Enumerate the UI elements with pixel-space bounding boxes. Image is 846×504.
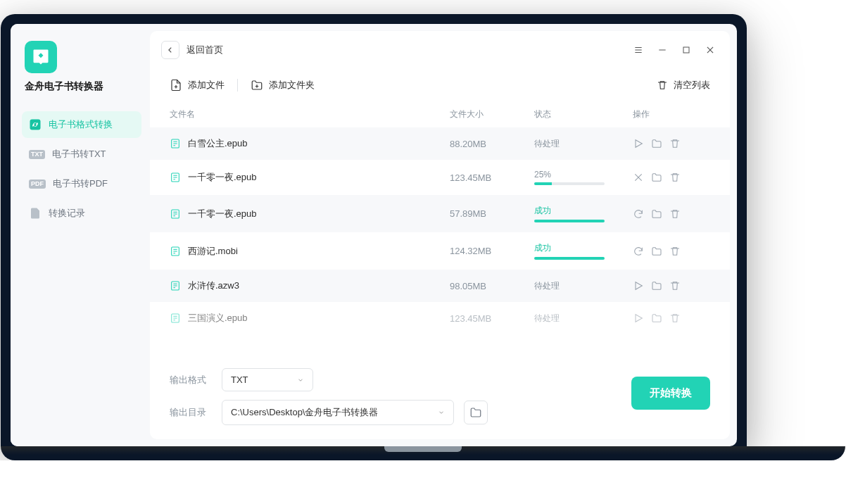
file-icon	[170, 208, 181, 220]
output-format-label: 输出格式	[170, 374, 212, 386]
add-folder-button[interactable]: 添加文件夹	[251, 76, 315, 94]
file-size: 124.32MB	[450, 246, 534, 256]
play-icon[interactable]	[633, 280, 644, 291]
folder-icon[interactable]	[651, 246, 662, 257]
trash-icon[interactable]	[669, 138, 681, 149]
chevron-down-icon	[297, 377, 304, 384]
progress-bar	[534, 257, 605, 260]
svg-marker-35	[636, 282, 642, 290]
file-icon	[170, 246, 181, 257]
file-icon	[170, 313, 181, 324]
table-row: 三国演义.epub 123.45MB 待处理	[150, 302, 730, 334]
file-state: 25%	[534, 170, 633, 179]
pdf-badge-icon: PDF	[29, 179, 46, 189]
output-format-select[interactable]: TXT	[222, 368, 313, 391]
trash-icon[interactable]	[669, 208, 681, 220]
cancel-icon[interactable]	[633, 172, 644, 183]
chevron-down-icon	[438, 409, 445, 416]
app-window: 金舟电子书转换器 电子书格式转换 TXT 电子书转TXT PDF 电子书转PDF	[11, 24, 737, 446]
col-name: 文件名	[170, 108, 450, 120]
folder-icon[interactable]	[651, 313, 662, 324]
file-icon	[170, 138, 181, 149]
add-file-label: 添加文件	[188, 79, 225, 92]
output-dir-label: 输出目录	[170, 406, 212, 419]
clear-list-button[interactable]: 清空列表	[657, 76, 710, 94]
sidebar-item-to-pdf[interactable]: PDF 电子书转PDF	[22, 170, 141, 197]
file-state: 待处理	[534, 139, 560, 149]
file-state: 成功	[534, 242, 633, 254]
table-row: 白雪公主.epub 88.20MB 待处理	[150, 127, 730, 160]
sidebar-item-to-txt[interactable]: TXT 电子书转TXT	[22, 141, 141, 168]
table-header: 文件名 文件大小 状态 操作	[150, 101, 730, 127]
file-name: 一千零一夜.epub	[188, 208, 257, 220]
file-name: 水浒传.azw3	[188, 279, 239, 292]
sidebar-item-history[interactable]: 转换记录	[22, 200, 141, 227]
trash-icon[interactable]	[669, 246, 681, 257]
file-name: 西游记.mobi	[188, 245, 238, 258]
table-row: 水浒传.azw3 98.05MB 待处理	[150, 270, 730, 302]
close-icon[interactable]	[705, 44, 716, 56]
svg-rect-5	[683, 47, 689, 53]
back-button[interactable]	[161, 41, 179, 59]
svg-marker-40	[636, 315, 642, 322]
sidebar-item-format-convert[interactable]: 电子书格式转换	[22, 111, 141, 138]
file-size: 57.89MB	[450, 208, 534, 219]
file-size: 123.45MB	[450, 172, 534, 183]
table-row: 一千零一夜.epub 123.45MB 25%	[150, 160, 730, 195]
maximize-icon[interactable]	[681, 44, 692, 56]
output-dir-select[interactable]: C:\Users\Desktop\金舟电子书转换器	[222, 400, 454, 425]
browse-folder-button[interactable]	[464, 401, 488, 424]
progress-bar	[534, 182, 605, 185]
file-state: 待处理	[534, 281, 560, 291]
play-icon[interactable]	[633, 138, 644, 149]
file-name: 一千零一夜.epub	[188, 171, 257, 184]
svg-rect-0	[30, 120, 41, 130]
output-dir-value: C:\Users\Desktop\金舟电子书转换器	[231, 406, 378, 419]
clear-list-label: 清空列表	[674, 79, 710, 92]
trash-icon[interactable]	[669, 172, 681, 183]
main-content: 返回首页 添加文件 添加文件夹	[150, 31, 730, 439]
progress-bar	[534, 220, 605, 222]
table-row: 一千零一夜.epub 57.89MB 成功	[150, 195, 730, 232]
folder-icon[interactable]	[651, 280, 662, 291]
sidebar-item-label: 电子书转PDF	[53, 177, 108, 190]
start-convert-button[interactable]: 开始转换	[631, 377, 710, 410]
minimize-icon[interactable]	[657, 44, 668, 56]
file-state: 待处理	[534, 313, 560, 323]
menu-icon[interactable]	[633, 44, 644, 56]
topbar: 返回首页	[150, 31, 730, 66]
refresh-icon	[29, 118, 42, 131]
file-state: 成功	[534, 205, 633, 217]
add-folder-label: 添加文件夹	[269, 79, 315, 92]
file-size: 98.05MB	[450, 281, 534, 291]
file-size: 123.45MB	[450, 313, 534, 324]
app-logo-block: 金舟电子书转换器	[22, 41, 141, 93]
file-icon	[170, 172, 181, 183]
trash-icon[interactable]	[669, 280, 681, 291]
col-size: 文件大小	[450, 108, 534, 120]
col-ops: 操作	[633, 108, 710, 120]
sidebar-item-label: 电子书格式转换	[49, 118, 113, 131]
folder-icon	[469, 406, 482, 419]
folder-icon[interactable]	[651, 172, 662, 183]
table-row: 西游记.mobi 124.32MB 成功	[150, 232, 730, 270]
folder-icon[interactable]	[651, 138, 662, 149]
folder-icon[interactable]	[651, 208, 662, 220]
sidebar-item-label: 电子书转TXT	[52, 148, 106, 160]
file-size: 88.20MB	[450, 139, 534, 149]
col-state: 状态	[534, 108, 633, 120]
app-name: 金舟电子书转换器	[25, 80, 103, 93]
topbar-title: 返回首页	[187, 44, 223, 56]
output-format-value: TXT	[231, 374, 248, 385]
toolbar: 添加文件 添加文件夹 清空列表	[150, 66, 730, 101]
retry-icon[interactable]	[633, 246, 644, 257]
app-logo-icon	[25, 41, 57, 73]
add-file-button[interactable]: 添加文件	[170, 76, 225, 94]
sidebar-item-label: 转换记录	[49, 207, 85, 220]
file-icon	[170, 280, 181, 291]
document-icon	[29, 207, 42, 220]
retry-icon[interactable]	[633, 208, 644, 220]
bottom-panel: 输出格式 TXT 输出目录 C:\Users\Desktop\金舟电子书转换器	[150, 360, 730, 439]
trash-icon[interactable]	[669, 313, 681, 324]
play-icon[interactable]	[633, 313, 644, 324]
